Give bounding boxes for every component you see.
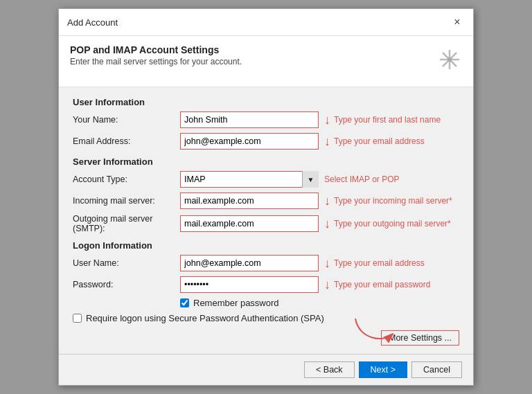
close-button[interactable]: ×: [450, 15, 465, 30]
add-account-dialog: Add Account × POP and IMAP Account Setti…: [58, 8, 474, 386]
logon-username-hint-col: ↓ Type your email address: [324, 257, 459, 269]
outgoing-server-row: Outgoing mail server (SMTP): ↓ Type your…: [73, 214, 459, 233]
account-type-row: Account Type: IMAP POP3 ▼ Select IMAP or…: [73, 171, 459, 188]
your-name-arrow-icon: ↓: [324, 114, 330, 126]
remember-password-checkbox[interactable]: [180, 298, 189, 307]
incoming-server-row: Incoming mail server: ↓ Type your incomi…: [73, 192, 459, 209]
your-name-label: Your Name:: [73, 115, 180, 125]
password-row: Password: ↓ Type your email password: [73, 276, 459, 293]
incoming-hint-col: ↓ Type your incoming mail server*: [324, 195, 459, 207]
logon-username-label: User Name:: [73, 258, 180, 268]
header-subtitle: Enter the mail server settings for your …: [70, 57, 242, 66]
account-type-hint: Select IMAP or POP: [324, 174, 400, 184]
header-title: POP and IMAP Account Settings: [70, 44, 242, 55]
content-area: User Information Your Name: ↓ Type your …: [59, 87, 473, 354]
wizard-icon: [437, 47, 462, 77]
outgoing-hint: Type your outgoing mail server*: [334, 219, 451, 229]
user-info-section-title: User Information: [73, 97, 459, 107]
email-row: Email Address: ↓ Type your email address: [73, 133, 459, 150]
logon-username-input[interactable]: [180, 255, 319, 271]
account-type-label: Account Type:: [73, 174, 180, 184]
password-label: Password:: [73, 280, 180, 289]
dialog-footer: < Back Next > Cancel: [59, 354, 473, 385]
incoming-server-input[interactable]: [180, 192, 319, 209]
remember-password-label[interactable]: Remember password: [193, 298, 279, 308]
account-type-hint-col: Select IMAP or POP: [324, 174, 459, 184]
email-label: Email Address:: [73, 136, 180, 146]
email-arrow-icon: ↓: [324, 135, 330, 147]
outgoing-arrow-icon: ↓: [324, 217, 330, 230]
email-input[interactable]: [180, 133, 319, 150]
your-name-hint-col: ↓ Type your first and last name: [324, 114, 459, 126]
more-settings-area: More Settings ...: [73, 330, 459, 346]
logon-username-row: User Name: ↓ Type your email address: [73, 255, 459, 271]
password-arrow-icon: ↓: [324, 278, 330, 291]
account-type-select[interactable]: IMAP POP3: [180, 171, 319, 188]
dialog-title: Add Account: [67, 17, 118, 28]
spa-row: Require logon using Secure Password Auth…: [73, 313, 459, 323]
password-hint-col: ↓ Type your email password: [324, 278, 459, 291]
incoming-server-label: Incoming mail server:: [73, 196, 180, 206]
username-arrow-icon: ↓: [324, 257, 330, 269]
header-text: POP and IMAP Account Settings Enter the …: [70, 44, 242, 66]
password-hint: Type your email password: [334, 280, 430, 289]
title-bar: Add Account ×: [59, 9, 473, 36]
logon-info-section-title: Logon Information: [73, 240, 459, 251]
spa-checkbox[interactable]: [73, 314, 82, 323]
server-info-section-title: Server Information: [73, 156, 459, 167]
spa-label[interactable]: Require logon using Secure Password Auth…: [86, 313, 324, 323]
svg-point-4: [447, 57, 452, 62]
incoming-arrow-icon: ↓: [324, 195, 330, 207]
outgoing-server-label: Outgoing mail server (SMTP):: [73, 214, 180, 233]
outgoing-hint-col: ↓ Type your outgoing mail server*: [324, 217, 459, 230]
your-name-row: Your Name: ↓ Type your first and last na…: [73, 111, 459, 128]
your-name-hint: Type your first and last name: [334, 115, 441, 125]
email-hint-col: ↓ Type your email address: [324, 135, 459, 147]
incoming-hint: Type your incoming mail server*: [334, 196, 452, 206]
outgoing-server-input[interactable]: [180, 215, 319, 232]
next-button[interactable]: Next >: [359, 361, 407, 378]
password-input[interactable]: [180, 276, 319, 293]
remember-password-row: Remember password: [180, 298, 459, 308]
more-settings-arrow-icon: [352, 315, 393, 343]
your-name-input[interactable]: [180, 111, 319, 128]
cancel-button[interactable]: Cancel: [411, 361, 462, 378]
account-type-select-wrap: IMAP POP3 ▼: [180, 171, 319, 188]
logon-username-hint: Type your email address: [334, 258, 425, 268]
email-hint: Type your email address: [334, 136, 425, 146]
header-section: POP and IMAP Account Settings Enter the …: [59, 36, 473, 87]
back-button[interactable]: < Back: [304, 361, 355, 378]
